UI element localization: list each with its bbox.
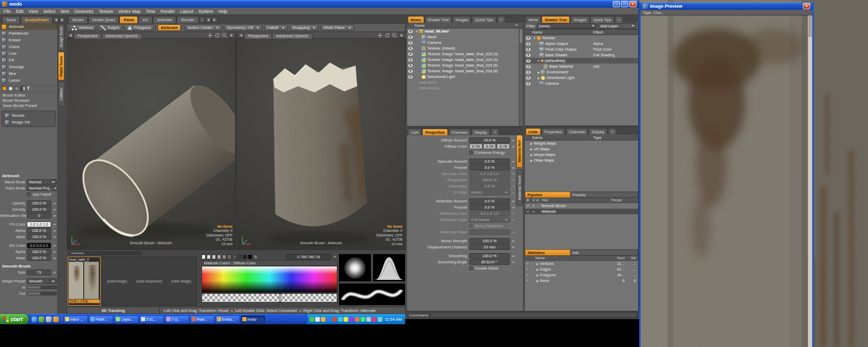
shader-row-base-material[interactable]: Base Material(all) bbox=[525, 64, 638, 69]
add-tab-button[interactable]: + bbox=[491, 129, 499, 135]
tool-airbrush[interactable]: Airbrush bbox=[0, 23, 57, 30]
taskbar-button-realplayer[interactable]: Real... bbox=[190, 316, 214, 323]
brush-falloff-curve[interactable] bbox=[373, 254, 406, 282]
tray-icon[interactable] bbox=[361, 317, 365, 322]
shader-row-base-shader[interactable]: Base ShaderFull Shading bbox=[525, 52, 638, 58]
save-brush-preset-link[interactable]: Save Brush Preset bbox=[0, 103, 57, 108]
menu-file[interactable]: File bbox=[1, 9, 13, 14]
stepper[interactable] bbox=[510, 255, 516, 257]
tab-display[interactable]: Display bbox=[588, 128, 608, 135]
double-sided-checkbox[interactable] bbox=[469, 266, 473, 270]
gray-swatch[interactable] bbox=[212, 255, 216, 259]
pan-icon[interactable] bbox=[207, 33, 213, 38]
fg-value-field[interactable]: 100.0 % bbox=[27, 234, 51, 240]
stepper[interactable] bbox=[510, 139, 516, 141]
brush-browser-link[interactable]: Brush Browser bbox=[0, 98, 57, 103]
enable-check-icon[interactable]: ✓ bbox=[525, 210, 531, 214]
fg-alpha-field[interactable]: 100.0 % bbox=[27, 228, 51, 233]
taskbar-button-group2[interactable]: 2 Q... bbox=[165, 316, 189, 323]
fg-color-swatch[interactable] bbox=[2, 86, 7, 91]
visibility-eye-icon[interactable] bbox=[526, 65, 531, 69]
viewport-canvas[interactable]: Smooth Brush : Airbrush No Items Channel… bbox=[67, 39, 236, 249]
expander-icon[interactable]: ▶ bbox=[535, 268, 540, 271]
stepper[interactable] bbox=[52, 236, 57, 238]
tray-icon[interactable] bbox=[327, 317, 331, 322]
taskbar-button-modo[interactable]: modo bbox=[241, 316, 265, 323]
list-row-uv-maps[interactable]: ▶UV Maps bbox=[525, 146, 638, 152]
collapse-minus-icon[interactable]: - bbox=[530, 262, 534, 265]
shader-row-render[interactable]: ▼Render bbox=[525, 35, 638, 41]
viewport-next-icon[interactable]: ▶ bbox=[229, 32, 235, 38]
expander-icon[interactable]: ▶ bbox=[536, 76, 541, 80]
expand-plus-icon[interactable]: + bbox=[525, 273, 530, 277]
bg-color-field[interactable]: 0.0 0.0 0.0 bbox=[27, 243, 51, 248]
gray-swatch[interactable] bbox=[243, 255, 247, 259]
reflection-amount-field[interactable]: 0.0 % bbox=[469, 198, 510, 204]
viewport-tab-perspective[interactable]: Perspective bbox=[244, 33, 272, 39]
use-falloff-checkbox[interactable] bbox=[27, 193, 30, 196]
expander-icon[interactable]: ▼ bbox=[536, 59, 541, 62]
taskbar-button-filemaker[interactable]: FileM... bbox=[89, 316, 113, 323]
snapping-dropdown[interactable]: Snapping bbox=[289, 24, 319, 31]
tab-images[interactable]: Images bbox=[453, 16, 472, 23]
gradient-icon[interactable] bbox=[21, 86, 25, 91]
smoothing-field[interactable]: 100.0 % bbox=[469, 253, 510, 259]
work-plane-dropdown[interactable]: Work Plane bbox=[320, 24, 354, 31]
shader-row-camera[interactable]: Camera bbox=[525, 81, 638, 86]
taskbar-button-group[interactable]: 3 EL... bbox=[140, 316, 164, 323]
diffuse-g-field[interactable]: 0.78 bbox=[483, 144, 497, 149]
tool-fill[interactable]: Fill bbox=[0, 57, 57, 64]
visibility-eye-icon[interactable] bbox=[408, 46, 413, 51]
expand-plus-icon[interactable]: + bbox=[525, 267, 530, 271]
item-row-texture-image[interactable]: Texture: Image: head_bake_final_02d (3) bbox=[407, 51, 523, 57]
tray-icon[interactable] bbox=[366, 317, 371, 322]
stepper[interactable] bbox=[52, 230, 57, 232]
menu-edit[interactable]: Edit bbox=[13, 9, 26, 14]
add-layer-button[interactable]: Add Layer bbox=[598, 23, 637, 29]
image-strip-scrollbar[interactable] bbox=[69, 251, 142, 255]
viewport-prev-icon[interactable]: ◀ bbox=[238, 32, 244, 38]
taskbar-clock[interactable]: 11:54 AM bbox=[385, 317, 402, 322]
info-title[interactable]: Info bbox=[570, 249, 638, 256]
item-row-camera[interactable]: Camera bbox=[407, 40, 523, 45]
stepper[interactable] bbox=[52, 272, 57, 274]
tab-items[interactable]: Items bbox=[525, 16, 541, 23]
visibility-eye-icon[interactable] bbox=[408, 69, 413, 73]
image-thumbnail-selected[interactable]: head_bake_fi 2048 x 2048, ... bbox=[68, 257, 101, 306]
title-bar[interactable]: modo – □ × bbox=[0, 0, 639, 8]
stepper[interactable] bbox=[510, 261, 516, 263]
tool-smudge[interactable]: Smudge bbox=[0, 64, 57, 70]
visibility-eye-icon[interactable] bbox=[408, 64, 413, 68]
tab-tools[interactable]: Tools bbox=[2, 16, 20, 23]
tab-sculpt-paint[interactable]: Sculpt/Paint bbox=[21, 16, 53, 23]
ie-icon[interactable] bbox=[32, 317, 37, 322]
expander-icon[interactable]: ▶ bbox=[529, 153, 534, 156]
stepper[interactable] bbox=[52, 215, 57, 217]
tab-model-quad[interactable]: Model Quad bbox=[88, 16, 119, 23]
menu-layout[interactable]: Layout bbox=[177, 9, 196, 14]
expander-icon[interactable]: ▶ bbox=[535, 262, 540, 265]
start-button[interactable]: start bbox=[0, 314, 29, 324]
expander-icon[interactable]: ▶ bbox=[536, 71, 541, 74]
expander-icon[interactable]: ▶ bbox=[535, 279, 540, 282]
new-image-cell[interactable]: (new image) bbox=[166, 257, 197, 306]
stepper[interactable] bbox=[510, 240, 516, 242]
menu-geometry[interactable]: Geometry bbox=[72, 9, 96, 14]
diffuse-b-field[interactable]: 0.78 bbox=[497, 144, 510, 149]
visibility-eye-icon[interactable] bbox=[526, 53, 531, 57]
brush-tip-icon[interactable] bbox=[8, 86, 13, 91]
stat-row-polygons[interactable]: + - ▶Polygons 40... ... bbox=[525, 272, 638, 278]
diffuse-amount-field[interactable]: 15.0 % bbox=[469, 137, 510, 143]
close-button[interactable]: × bbox=[629, 1, 637, 7]
visibility-eye-icon[interactable] bbox=[408, 41, 413, 45]
gray-swatch[interactable] bbox=[248, 255, 252, 259]
app-shortcut-icon[interactable] bbox=[53, 317, 59, 322]
app-shortcut-icon[interactable] bbox=[46, 317, 52, 322]
viewport-tab-opengl[interactable]: Advanced OpenGL bbox=[272, 33, 313, 39]
rgb-value-field[interactable]: 0.780.780.78 bbox=[286, 254, 331, 260]
new-scene-row[interactable]: (new scene) bbox=[407, 85, 523, 91]
add-tab-button[interactable]: + bbox=[497, 16, 505, 23]
taskbar-button-embarcadero[interactable]: Emba... bbox=[215, 316, 240, 323]
item-row-texture-image[interactable]: Texture: Image: head_bake_final_02d (4) bbox=[407, 57, 523, 62]
tab-scroll-left-icon[interactable]: ◀ bbox=[53, 17, 59, 23]
